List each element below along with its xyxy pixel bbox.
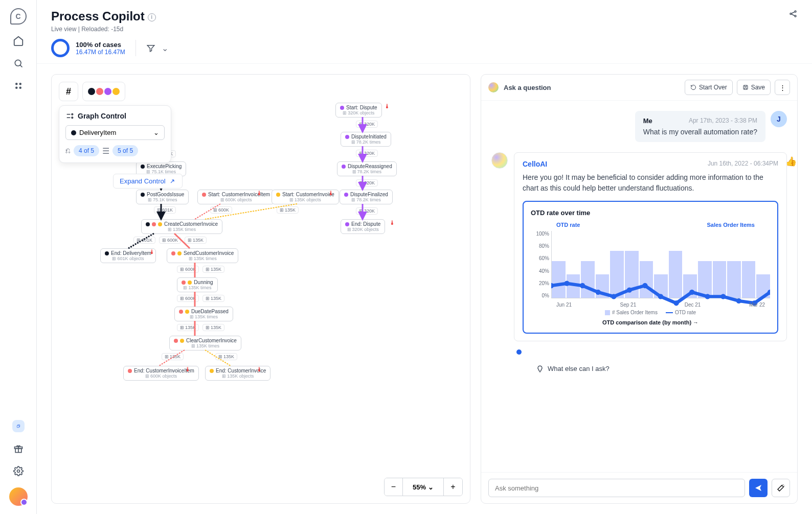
edge-badge: ⊞600K	[159, 237, 181, 244]
copilot-chat-panel: Ask a question Start Over Save ⋮	[481, 74, 798, 504]
progress-ring	[51, 39, 70, 57]
chart-area: 100%80%60%40%20%0% Jun 21Sep 21Dec 21Mar…	[551, 231, 770, 308]
edge-badge: ⊞135K	[185, 237, 207, 244]
edge-badge: ⊞135K	[202, 295, 224, 302]
start-over-button[interactable]: Start Over	[685, 80, 733, 95]
ai-orb-icon	[488, 82, 499, 92]
node-dispute-init[interactable]: DisputeInitiated⊞ 78.2K times	[341, 132, 391, 147]
user-avatar[interactable]	[9, 487, 28, 506]
thermometer-icon: 🌡	[384, 103, 390, 110]
svg-point-2	[19, 83, 21, 85]
cases-percent: 100% of cases	[76, 41, 125, 49]
search-icon[interactable]	[12, 57, 25, 69]
thermometer-icon: 🌡	[149, 248, 155, 255]
thermometer-icon: 🌡	[389, 219, 395, 226]
node-start-dispute[interactable]: Start: Dispute⊞ 320K objects	[335, 103, 382, 118]
svg-rect-5	[17, 426, 19, 428]
ai-message: 👍 👎 CelloAIJun 16th, 2022 - 06:34PM Here…	[514, 152, 787, 341]
graph-control-title: Graph Control	[65, 112, 165, 120]
what-else-prompt[interactable]: What else can I ask?	[536, 365, 787, 372]
thermometer-icon: 🌡	[328, 190, 334, 197]
svg-rect-28	[743, 85, 748, 89]
ai-avatar	[491, 152, 508, 169]
export-icon[interactable]	[12, 420, 25, 432]
share-icon[interactable]	[788, 9, 798, 57]
svg-point-4	[19, 87, 21, 89]
chart-footer: OTD comparison date (by month) →	[531, 319, 770, 325]
edge-badge: ⊞135K	[177, 324, 199, 331]
filter-icon[interactable]	[146, 43, 155, 53]
zoom-in-button[interactable]: +	[444, 478, 462, 496]
user-avatar-small: J	[771, 111, 787, 127]
edge-badge: ⊞601K	[133, 237, 155, 244]
chevron-down-icon[interactable]: ⌄	[162, 43, 168, 53]
zoom-out-button[interactable]: −	[385, 478, 403, 496]
gift-icon[interactable]	[12, 442, 25, 455]
chat-input[interactable]	[488, 479, 745, 497]
branch-icon: ⎌	[65, 146, 71, 155]
edge-badge: ⊞135K	[162, 353, 184, 360]
node-end-dispute[interactable]: End: Dispute⊞ 320K objects	[341, 219, 385, 234]
user-message: MeApr 17th, 2023 - 3:38 PM What is my ov…	[635, 111, 765, 142]
node-dispute-finalized[interactable]: DisputeFinalized⊞ 78.2K times	[340, 190, 393, 204]
expand-control-button[interactable]: Expand Control	[113, 174, 183, 189]
timeline-end-dot	[516, 349, 522, 355]
ai-message-text: Here you go! It may be beneficial to con…	[523, 172, 778, 194]
edge-badge: ⊞320K	[356, 150, 378, 157]
edge-badge: ⊞600K	[177, 295, 199, 302]
page-header: Process Copiloti Live view | Reloaded: -…	[37, 0, 812, 64]
save-button[interactable]: Save	[737, 80, 771, 95]
apps-icon[interactable]	[12, 80, 25, 92]
node-dispute-reassigned[interactable]: DisputeReassigned⊞ 78.2K times	[337, 161, 397, 176]
more-menu-button[interactable]: ⋮	[775, 80, 790, 95]
svg-point-0	[15, 60, 21, 66]
chat-title: Ask a question	[504, 84, 551, 91]
node-post-goods[interactable]: PostGoodsIssue⊞ 75.1K times	[136, 190, 189, 204]
edge-badge: ⊞320K	[356, 121, 378, 128]
thermometer-icon: 🌡	[256, 366, 262, 373]
graph-control-panel: Graph Control DeliveryItem ⌄ ⎌ 4 of 5 ☰ …	[59, 105, 171, 163]
svg-point-11	[795, 15, 796, 17]
settings-icon[interactable]	[12, 465, 25, 477]
edge-badge: ⊞320K	[356, 179, 378, 186]
edge-badge: ⊞320K	[356, 207, 378, 215]
object-selector[interactable]: DeliveryItem ⌄	[65, 125, 165, 140]
connections-pill[interactable]: 5 of 5	[112, 145, 138, 156]
info-icon[interactable]: i	[148, 13, 156, 21]
edge-badge: ⊞135K	[277, 206, 299, 214]
activities-pill[interactable]: 4 of 5	[74, 145, 99, 156]
thermometer-icon: 🌡	[185, 366, 191, 373]
edge-badge: ⊞600K	[210, 206, 232, 214]
node-end-delivery[interactable]: End: DeliveryItem⊞ 601K objects	[100, 248, 156, 263]
home-icon[interactable]	[12, 35, 25, 47]
node-create-cust-inv[interactable]: CreateCustomerInvoice⊞ 135K times	[141, 219, 222, 234]
zoom-value[interactable]: 55% ⌄	[403, 478, 444, 496]
hash-toggle[interactable]: #	[59, 82, 78, 101]
svg-point-1	[15, 83, 18, 85]
node-due-date[interactable]: DueDatePassed⊞ 135K times	[174, 307, 233, 321]
process-graph-panel: # Graph Control DeliveryItem ⌄	[51, 74, 470, 504]
edge-badge: ⊞601K	[154, 206, 176, 214]
chart-right-legend: Sales Order Items	[707, 222, 755, 228]
magic-wand-button[interactable]	[772, 479, 790, 497]
node-dunning[interactable]: Dunning⊞ 135K times	[177, 277, 218, 292]
page-title: Process Copiloti	[51, 9, 168, 24]
chart-left-legend: OTD rate	[556, 222, 580, 228]
color-filter[interactable]	[82, 82, 125, 101]
chart-card[interactable]: OTD rate over time OTD rate Sales Order …	[523, 201, 778, 334]
svg-point-3	[15, 87, 18, 89]
svg-point-9	[790, 13, 792, 15]
thumbs-up-icon[interactable]: 👍	[785, 156, 797, 167]
node-send-cust-inv[interactable]: SendCustomerInvoice⊞ 135K times	[167, 248, 238, 263]
node-clear-cust-inv[interactable]: ClearCustomerInvoice⊞ 135K times	[169, 336, 241, 351]
edge-badge: ⊞135K	[202, 324, 224, 331]
node-start-cust-inv-item[interactable]: Start: CustomerInvoiceItem⊞ 600K objects	[197, 190, 275, 204]
user-message-text: What is my overall automation rate?	[643, 128, 757, 136]
app-logo[interactable]: C	[10, 8, 27, 25]
edge-badge: ⊞135K	[215, 353, 237, 360]
cases-count: 16.47M of 16.47M	[76, 49, 125, 56]
edge-badge: ⊞600K	[177, 266, 199, 273]
chevron-down-icon: ⌄	[153, 129, 159, 136]
send-button[interactable]	[749, 479, 768, 497]
thermometer-icon: 🌡	[256, 190, 262, 197]
